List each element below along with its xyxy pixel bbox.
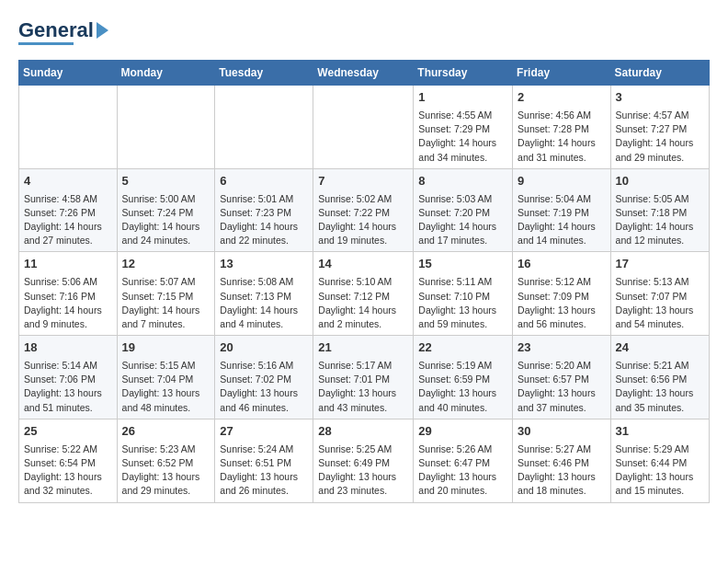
day-detail: Daylight: 13 hours: [418, 304, 507, 317]
day-detail: Daylight: 13 hours: [24, 386, 112, 400]
weekday-friday: Friday: [513, 61, 611, 86]
logo: General: [18, 18, 108, 45]
day-detail: Daylight: 14 hours: [122, 304, 210, 317]
calendar-cell: 30Sunrise: 5:27 AMSunset: 6:46 PMDayligh…: [513, 419, 611, 502]
day-detail: Sunset: 7:09 PM: [518, 290, 606, 304]
day-detail: and 27 minutes.: [24, 234, 112, 247]
day-detail: Sunrise: 5:07 AM: [122, 275, 210, 289]
calendar-body: 1Sunrise: 4:55 AMSunset: 7:29 PMDaylight…: [19, 86, 710, 503]
day-detail: Sunset: 7:12 PM: [318, 290, 408, 304]
calendar-cell: [117, 86, 215, 169]
day-detail: Sunrise: 5:10 AM: [318, 275, 408, 289]
day-detail: and 12 minutes.: [616, 234, 704, 247]
day-detail: Sunrise: 5:12 AM: [518, 275, 606, 289]
day-number: 7: [318, 173, 408, 190]
day-detail: Daylight: 14 hours: [122, 220, 210, 234]
calendar-cell: 8Sunrise: 5:03 AMSunset: 7:20 PMDaylight…: [414, 168, 513, 252]
calendar-cell: 12Sunrise: 5:07 AMSunset: 7:15 PMDayligh…: [117, 252, 215, 336]
calendar-cell: 13Sunrise: 5:08 AMSunset: 7:13 PMDayligh…: [215, 252, 313, 336]
day-detail: Sunrise: 5:03 AM: [418, 192, 507, 206]
day-detail: and 7 minutes.: [122, 317, 210, 331]
day-detail: Daylight: 13 hours: [518, 386, 606, 400]
day-detail: and 22 minutes.: [220, 234, 308, 247]
day-detail: Sunrise: 5:05 AM: [616, 192, 704, 206]
day-number: 28: [318, 423, 408, 441]
day-number: 19: [122, 339, 210, 357]
day-detail: and 37 minutes.: [518, 401, 606, 415]
calendar-cell: 3Sunrise: 4:57 AMSunset: 7:27 PMDaylight…: [610, 86, 709, 169]
calendar-cell: 15Sunrise: 5:11 AMSunset: 7:10 PMDayligh…: [414, 252, 513, 336]
day-number: 18: [24, 339, 112, 357]
day-number: 31: [616, 423, 704, 441]
day-detail: Sunrise: 5:06 AM: [24, 275, 112, 289]
day-number: 13: [220, 256, 308, 273]
day-detail: and 48 minutes.: [122, 401, 210, 415]
calendar-cell: 27Sunrise: 5:24 AMSunset: 6:51 PMDayligh…: [215, 419, 313, 502]
day-number: 11: [24, 256, 112, 273]
day-detail: Sunrise: 5:26 AM: [418, 442, 507, 456]
day-detail: Daylight: 14 hours: [518, 136, 606, 150]
calendar-cell: 6Sunrise: 5:01 AMSunset: 7:23 PMDaylight…: [215, 168, 313, 252]
day-detail: Sunrise: 5:17 AM: [318, 359, 408, 373]
calendar-cell: 7Sunrise: 5:02 AMSunset: 7:22 PMDaylight…: [313, 168, 414, 252]
day-detail: Daylight: 14 hours: [318, 220, 408, 234]
day-number: 14: [318, 256, 408, 273]
logo-underline: [18, 42, 74, 45]
day-number: 9: [518, 173, 606, 190]
week-row-5: 25Sunrise: 5:22 AMSunset: 6:54 PMDayligh…: [19, 419, 710, 502]
day-number: 3: [616, 89, 704, 107]
day-detail: Daylight: 14 hours: [318, 304, 408, 317]
day-detail: Sunset: 7:28 PM: [518, 122, 606, 136]
day-detail: and 40 minutes.: [418, 401, 507, 415]
day-detail: Daylight: 14 hours: [616, 220, 704, 234]
day-detail: and 46 minutes.: [220, 401, 308, 415]
day-detail: Sunrise: 5:15 AM: [122, 359, 210, 373]
day-detail: Sunset: 7:23 PM: [220, 206, 308, 220]
calendar-cell: 11Sunrise: 5:06 AMSunset: 7:16 PMDayligh…: [19, 252, 118, 336]
logo-arrow-icon: [97, 22, 108, 39]
day-detail: and 9 minutes.: [24, 317, 112, 331]
day-detail: and 18 minutes.: [518, 484, 606, 498]
day-detail: and 34 minutes.: [418, 151, 507, 165]
week-row-1: 1Sunrise: 4:55 AMSunset: 7:29 PMDaylight…: [19, 86, 710, 169]
day-number: 17: [616, 256, 704, 273]
day-detail: Sunrise: 5:27 AM: [518, 442, 606, 456]
day-detail: and 26 minutes.: [220, 484, 308, 498]
day-detail: Daylight: 13 hours: [616, 304, 704, 317]
day-number: 16: [518, 256, 606, 273]
day-detail: Sunrise: 4:56 AM: [518, 109, 606, 122]
day-detail: Sunrise: 5:21 AM: [616, 359, 704, 373]
day-number: 8: [418, 173, 507, 190]
calendar-cell: 22Sunrise: 5:19 AMSunset: 6:59 PMDayligh…: [414, 336, 513, 419]
day-detail: Sunset: 6:54 PM: [24, 456, 112, 470]
calendar-cell: 20Sunrise: 5:16 AMSunset: 7:02 PMDayligh…: [215, 336, 313, 419]
day-detail: Sunset: 7:27 PM: [616, 122, 704, 136]
day-detail: Sunset: 6:59 PM: [418, 373, 507, 386]
weekday-row: SundayMondayTuesdayWednesdayThursdayFrid…: [19, 61, 710, 86]
day-detail: Sunset: 7:13 PM: [220, 290, 308, 304]
day-number: 2: [518, 89, 606, 107]
day-detail: Sunrise: 5:23 AM: [122, 442, 210, 456]
day-detail: Daylight: 13 hours: [518, 304, 606, 317]
day-detail: and 4 minutes.: [220, 317, 308, 331]
day-detail: Sunset: 7:19 PM: [518, 206, 606, 220]
week-row-4: 18Sunrise: 5:14 AMSunset: 7:06 PMDayligh…: [19, 336, 710, 419]
day-detail: Daylight: 13 hours: [220, 470, 308, 484]
day-detail: and 20 minutes.: [418, 484, 507, 498]
day-detail: Daylight: 13 hours: [418, 386, 507, 400]
day-detail: and 2 minutes.: [318, 317, 408, 331]
day-detail: and 14 minutes.: [518, 234, 606, 247]
calendar-cell: 16Sunrise: 5:12 AMSunset: 7:09 PMDayligh…: [513, 252, 611, 336]
day-detail: and 35 minutes.: [616, 401, 704, 415]
day-number: 21: [318, 339, 408, 357]
day-detail: Sunset: 6:46 PM: [518, 456, 606, 470]
calendar-cell: 29Sunrise: 5:26 AMSunset: 6:47 PMDayligh…: [414, 419, 513, 502]
calendar-cell: 25Sunrise: 5:22 AMSunset: 6:54 PMDayligh…: [19, 419, 118, 502]
day-number: 27: [220, 423, 308, 441]
day-detail: and 23 minutes.: [318, 484, 408, 498]
day-number: 5: [122, 173, 210, 190]
calendar-cell: 26Sunrise: 5:23 AMSunset: 6:52 PMDayligh…: [117, 419, 215, 502]
calendar-cell: 19Sunrise: 5:15 AMSunset: 7:04 PMDayligh…: [117, 336, 215, 419]
day-detail: Sunrise: 5:13 AM: [616, 275, 704, 289]
day-detail: Daylight: 13 hours: [418, 470, 507, 484]
